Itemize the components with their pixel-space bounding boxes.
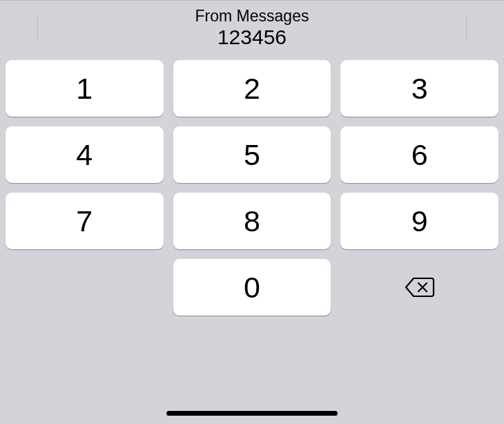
key-4[interactable]: 4	[6, 126, 164, 183]
numeric-keypad: 1 2 3 4 5 6 7 8 9 0	[0, 55, 504, 316]
autofill-source-label: From Messages	[195, 7, 309, 26]
key-0[interactable]: 0	[173, 259, 331, 316]
key-blank	[6, 259, 164, 316]
autofill-code-value: 123456	[195, 26, 309, 48]
autofill-suggestion-bar: From Messages 123456	[0, 1, 504, 55]
separator	[466, 16, 467, 41]
autofill-suggestion[interactable]: From Messages 123456	[195, 7, 309, 49]
key-3[interactable]: 3	[340, 60, 498, 117]
key-2[interactable]: 2	[173, 60, 331, 117]
key-8[interactable]: 8	[173, 193, 331, 249]
key-1[interactable]: 1	[6, 60, 164, 117]
key-5[interactable]: 5	[173, 126, 331, 183]
key-6[interactable]: 6	[340, 126, 498, 183]
backspace-button[interactable]	[340, 259, 498, 316]
home-indicator[interactable]	[166, 411, 338, 416]
separator	[37, 16, 38, 41]
key-9[interactable]: 9	[340, 193, 498, 249]
key-7[interactable]: 7	[6, 193, 164, 249]
backspace-icon	[405, 276, 435, 298]
